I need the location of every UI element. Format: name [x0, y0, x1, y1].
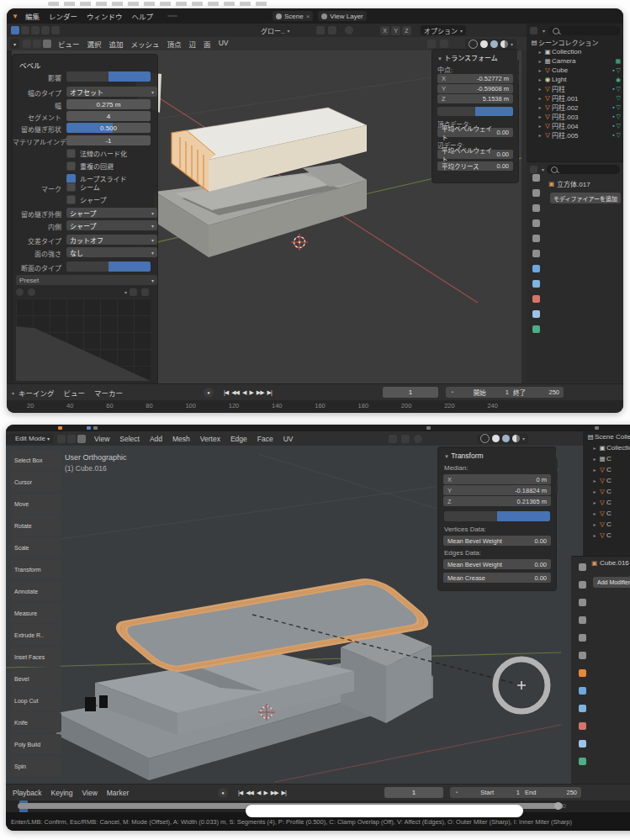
tool-button[interactable]: Loop Cut	[11, 690, 61, 711]
expand-icon[interactable]: ▸	[591, 489, 598, 494]
axis-toggle[interactable]: Z	[402, 26, 411, 35]
outliner-row[interactable]: ▸ 円柱.004	[527, 121, 623, 130]
scene-selector[interactable]: Scene ×	[273, 11, 313, 21]
properties-tab-icon[interactable]	[532, 280, 540, 288]
profile-curve-widget[interactable]	[16, 298, 151, 381]
viewport-menu-item[interactable]: UV	[283, 435, 294, 443]
edge-select-icon[interactable]	[33, 40, 41, 48]
frame-start-field[interactable]: ◔ Start1	[450, 787, 524, 798]
edge-select-icon[interactable]	[67, 435, 76, 443]
axis-toggle[interactable]: Y	[391, 26, 400, 35]
median-axis-field[interactable]: Y-0.18824 m	[443, 485, 551, 495]
vertex-select-icon[interactable]	[23, 40, 31, 48]
outliner-row[interactable]: ▸ Collection	[583, 442, 630, 453]
outliner-row[interactable]: ▸ 円柱.003	[527, 112, 623, 121]
properties-tab-icon[interactable]	[532, 325, 540, 333]
tool-button[interactable]: Select Box	[11, 450, 61, 470]
tool-button[interactable]: Move	[11, 494, 61, 514]
current-frame-field[interactable]: 1	[384, 787, 443, 798]
miter-outer-dropdown[interactable]: シャープ▾	[66, 208, 157, 218]
transport-button[interactable]: ▶|	[282, 790, 286, 796]
properties-tab-icon[interactable]	[532, 219, 540, 227]
sidebar-tab[interactable]	[556, 483, 558, 494]
checkbox-row[interactable]: シャープ	[66, 195, 107, 204]
properties-search[interactable]	[547, 165, 620, 174]
width-field[interactable]: 0.275 m	[66, 99, 151, 109]
outliner-row[interactable]: ▸ 円柱	[527, 84, 623, 93]
properties-tab-icon[interactable]	[579, 669, 586, 677]
scene-collection-row[interactable]: ▤ シーンコレクション	[527, 38, 623, 47]
space-option[interactable]	[437, 107, 475, 116]
viewport-menu-item[interactable]: UV	[219, 39, 229, 49]
tool-button[interactable]: Rotate	[11, 515, 61, 536]
segments-field[interactable]: 4	[66, 111, 151, 121]
expand-icon[interactable]: ▸	[591, 445, 598, 451]
properties-tab-icon[interactable]	[579, 599, 586, 606]
mean-crease-field[interactable]: Mean Crease0.00	[443, 573, 551, 583]
move-handle-icon[interactable]	[130, 288, 137, 296]
shape-slider[interactable]: 0.500	[66, 123, 151, 133]
viewport-menu-item[interactable]: Mesh	[172, 435, 190, 443]
tool-button[interactable]: Spin	[11, 756, 61, 776]
timeline-menu-item[interactable]: Marker	[107, 789, 129, 797]
outliner-row[interactable]: ▸ C	[583, 497, 630, 508]
transform-panel-header[interactable]: ▼ Transform	[444, 452, 484, 460]
layout-icon-3[interactable]	[41, 26, 50, 34]
expand-icon[interactable]: ▸	[537, 95, 543, 101]
profile-type-option[interactable]	[66, 262, 109, 272]
outliner-row[interactable]: ▸ Cube	[527, 66, 623, 75]
face-strength-dropdown[interactable]: なし▾	[66, 247, 157, 257]
expand-icon[interactable]: ▸	[537, 49, 543, 55]
space-option[interactable]	[475, 107, 513, 116]
wireframe-shading-icon[interactable]	[480, 434, 490, 443]
options-dropdown[interactable]: オプション ▾	[421, 25, 466, 35]
expand-icon[interactable]: ▸	[537, 58, 543, 64]
layout-icon-1[interactable]	[21, 26, 29, 34]
median-axis-field[interactable]: X0 m	[443, 474, 551, 484]
face-select-icon[interactable]	[77, 435, 86, 443]
properties-tab-icon[interactable]	[532, 174, 540, 182]
solid-shading-icon[interactable]	[492, 435, 500, 442]
transport-button[interactable]: ◀	[257, 790, 260, 796]
timeline-menu-item[interactable]: Playback	[13, 789, 42, 797]
expand-icon[interactable]: ▸	[537, 77, 543, 82]
properties-tab-icon[interactable]	[579, 740, 586, 748]
outliner-row[interactable]: ▸ Light	[527, 75, 623, 84]
tool-button[interactable]: Poly Build	[11, 734, 61, 754]
median-axis-field[interactable]: Z0.21365 m	[443, 496, 551, 506]
outliner-search[interactable]	[548, 26, 620, 35]
transport-button[interactable]: ◀◀	[231, 389, 239, 396]
sidebar-tab[interactable]	[517, 50, 519, 61]
wireframe-shading-icon[interactable]	[469, 40, 478, 49]
edge-bevel-weight-field[interactable]: 平均ベベルウェイト0.00	[437, 150, 513, 159]
space-option[interactable]	[444, 511, 497, 521]
outliner-display-mode-icon[interactable]	[530, 27, 537, 34]
affect-option[interactable]	[66, 71, 109, 82]
properties-tab-icon[interactable]	[532, 189, 540, 197]
properties-tab-icon[interactable]	[532, 265, 540, 272]
current-frame-field[interactable]: 1	[383, 387, 438, 398]
material-index-field[interactable]: -1	[66, 135, 151, 145]
properties-tab-icon[interactable]	[579, 616, 586, 624]
viewport-menu-item[interactable]: 選択	[87, 39, 102, 49]
sidebar-tab[interactable]	[556, 448, 558, 458]
transport-button[interactable]: ▶	[263, 790, 267, 796]
rendered-shading-icon[interactable]	[512, 435, 520, 442]
mode-dropdown[interactable]: ▾	[10, 39, 19, 49]
viewport-menu-item[interactable]: ビュー	[58, 39, 80, 49]
outliner-row[interactable]: ▸ C	[583, 464, 630, 475]
miter-inner-dropdown[interactable]: シャープ▾	[66, 220, 157, 230]
frame-start-field[interactable]: ◔ 開始1	[446, 387, 513, 398]
zoom-in-icon[interactable]	[16, 288, 24, 296]
expand-icon[interactable]: ▸	[537, 67, 543, 73]
face-select-icon[interactable]	[43, 40, 51, 48]
properties-tab-icon[interactable]	[579, 634, 586, 642]
tool-button[interactable]: Transform	[11, 559, 61, 579]
expand-icon[interactable]: ▸	[537, 132, 543, 138]
properties-tab-icon[interactable]	[579, 705, 586, 712]
timeline-ruler[interactable]: 20406080100120140160180200220240	[7, 400, 623, 413]
sidebar-tab[interactable]	[556, 472, 558, 482]
properties-tab-icon[interactable]	[579, 758, 586, 765]
rendered-shading-icon[interactable]	[500, 40, 508, 48]
viewport-menu-item[interactable]: 辺	[189, 39, 197, 49]
